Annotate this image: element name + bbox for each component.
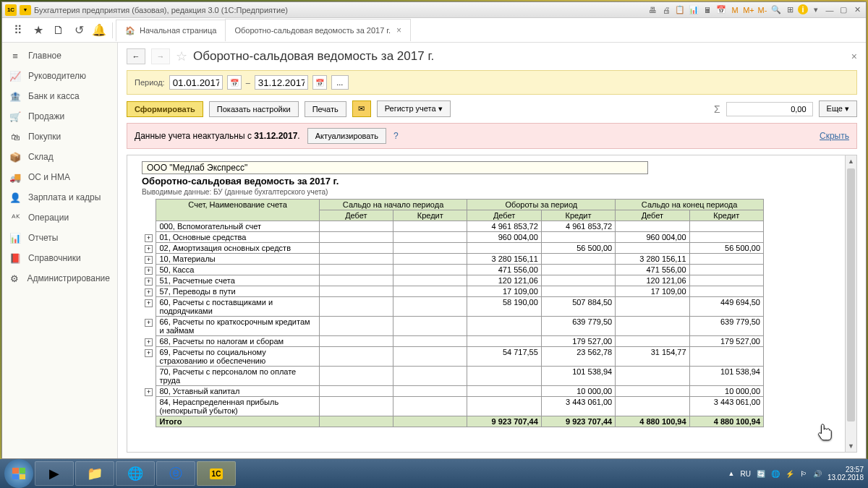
taskbar-item-1c[interactable]: 1С [197,461,236,486]
expand-icon[interactable]: + [145,338,153,346]
scroll-up-icon[interactable]: ▲ [846,155,856,167]
taskbar-item[interactable]: ▶ [35,461,74,486]
titlebar-icon[interactable]: 🖨 [660,4,672,16]
more-button[interactable]: Еще ▾ [819,100,857,117]
totals-row: Итого9 923 707,449 923 707,444 880 100,9… [142,416,764,427]
vertical-scrollbar[interactable]: ▲ ▼ [845,155,856,452]
table-row: 000, Вспомогательный счет4 961 853,724 9… [142,221,764,232]
app-logo-icon: 1С [5,4,17,16]
sidebar-item[interactable]: 🚚ОС и НМА [2,167,117,187]
titlebar-dropdown-icon[interactable]: ▾ [810,4,822,16]
sidebar-item[interactable]: 📕Справочники [2,248,117,268]
star-icon[interactable]: ☆ [176,48,187,64]
close-icon[interactable]: ✕ [851,4,863,16]
titlebar-m-icon[interactable]: M [729,4,741,16]
sidebar-item[interactable]: 👤Зарплата и кадры [2,187,117,207]
clipboard-icon[interactable]: 🗋 [48,20,69,40]
sidebar-item[interactable]: 📈Руководителю [2,66,117,86]
titlebar-icon[interactable]: 🖩 [702,4,713,16]
date-to-input[interactable] [255,75,308,90]
sidebar-item-label: Продажи [28,111,64,121]
taskbar-item[interactable]: 🌐 [116,461,155,486]
titlebar-icon[interactable]: 📋 [674,4,686,16]
titlebar-icon[interactable]: 🖶 [647,4,658,16]
expand-icon[interactable]: + [145,299,153,307]
sidebar-icon: ᴬᴷ [9,212,21,223]
calendar-icon[interactable]: 📅 [312,75,327,90]
favorite-icon[interactable]: ★ [28,20,48,40]
taskbar-item[interactable]: 📁 [75,461,114,486]
titlebar-mplus-icon[interactable]: M+ [743,4,754,16]
sidebar-item[interactable]: 🛍Покупки [2,127,117,147]
expand-icon[interactable]: + [145,319,153,327]
hide-link[interactable]: Скрыть [820,131,849,141]
app-menu-dropdown[interactable]: ▼ [20,5,31,15]
sidebar-item[interactable]: ≡Главное [2,46,117,66]
scroll-down-icon[interactable]: ▼ [846,440,856,452]
expand-icon[interactable]: + [145,267,153,275]
tray-expand-icon[interactable]: ▲ [728,470,735,477]
period-picker-button[interactable]: ... [331,75,349,90]
start-button[interactable] [4,459,33,488]
toolbar: Сформировать Показать настройки Печать ✉… [118,95,866,123]
sidebar-item[interactable]: 📦Склад [2,147,117,167]
expand-icon[interactable]: + [145,256,153,264]
scroll-thumb[interactable] [847,168,855,421]
period-bar: Период: 📅 – 📅 ... [127,70,857,95]
page-close-icon[interactable]: × [851,51,857,62]
titlebar-info-icon[interactable]: i [798,4,808,14]
titlebar-icon[interactable]: ⊞ [784,4,796,16]
table-row: +66, Расчеты по краткосрочным кредитам и… [142,317,764,336]
tray-icon[interactable]: 🌐 [771,470,780,478]
sidebar-item-label: ОС и НМА [28,172,70,182]
actualize-button[interactable]: Актуализировать [307,128,386,144]
expand-icon[interactable]: + [145,278,153,286]
taskbar-item[interactable]: ⓔ [156,461,195,486]
sidebar-item[interactable]: 🛒Продажи [2,106,117,127]
sidebar-item[interactable]: ⚙Администрирование [2,268,117,288]
expand-icon[interactable]: + [145,288,153,296]
table-row: +10, Материалы3 280 156,113 280 156,11 [142,254,764,265]
calendar-icon[interactable]: 📅 [227,75,242,90]
window-title: Бухгалтерия предприятия (базовая), редак… [34,6,644,14]
date-from-input[interactable] [169,75,223,90]
minimize-icon[interactable]: — [824,4,835,16]
expand-icon[interactable]: + [145,388,153,396]
email-button[interactable]: ✉ [352,100,371,117]
maximize-icon[interactable]: ▢ [838,4,849,16]
table-row: +80, Уставный капитал10 000,0010 000,00 [142,386,764,397]
nav-forward-button[interactable]: → [151,48,170,64]
tray-lang[interactable]: RU [740,470,750,478]
expand-icon[interactable]: + [145,349,153,357]
help-icon[interactable]: ? [393,131,399,141]
sidebar: ≡Главное📈Руководителю🏦Банк и касса🛒Прода… [2,43,118,458]
history-icon[interactable]: ↺ [69,20,89,40]
sidebar-item[interactable]: ᴬᴷОперации [2,207,117,228]
nav-back-button[interactable]: ← [127,48,145,64]
settings-button[interactable]: Показать настройки [209,101,299,117]
taskbar: ▶ 📁 🌐 ⓔ 1С ▲ RU 🔄 🌐 ⚡ 🏳 🔊 23:5713.02.201… [0,459,868,488]
tray-clock[interactable]: 23:5713.02.2018 [827,466,864,481]
titlebar-zoom-icon[interactable]: 🔍 [770,4,782,16]
tab-home[interactable]: 🏠 Начальная страница [116,20,226,41]
tab-report-label: Оборотно-сальдовая ведомость за 2017 г. [234,26,391,35]
apps-grid-icon[interactable]: ⠿ [8,20,28,40]
titlebar-icon[interactable]: 📅 [715,4,727,16]
expand-icon[interactable]: + [145,234,153,242]
tab-close-icon[interactable]: × [396,25,401,35]
tray-flag-icon[interactable]: 🏳 [800,470,807,478]
expand-icon[interactable]: + [145,245,153,253]
tray-icon[interactable]: 🔄 [757,470,765,478]
sidebar-item[interactable]: 📊Отчеты [2,228,117,248]
print-button[interactable]: Печать [305,101,346,117]
tab-report[interactable]: Оборотно-сальдовая ведомость за 2017 г. … [225,19,411,41]
form-button[interactable]: Сформировать [127,101,203,117]
titlebar-icon[interactable]: 📊 [688,4,699,16]
register-button[interactable]: Регистр учета ▾ [377,100,451,117]
sidebar-item[interactable]: 🏦Банк и касса [2,86,117,106]
tray-icon[interactable]: ⚡ [786,470,794,478]
tray-volume-icon[interactable]: 🔊 [813,470,822,478]
titlebar-mminus-icon[interactable]: M- [757,4,768,16]
bell-icon[interactable]: 🔔 [89,20,109,40]
titlebar: 1С ▼ Бухгалтерия предприятия (базовая), … [2,2,866,18]
